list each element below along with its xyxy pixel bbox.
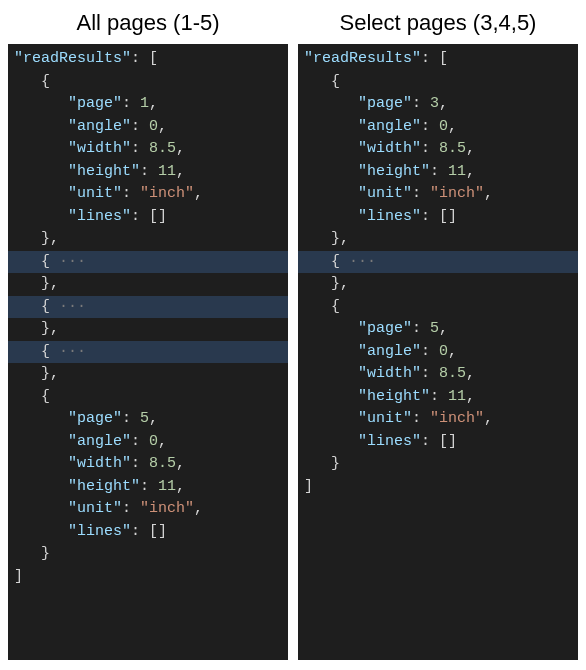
json-line: "unit": "inch", (298, 408, 578, 431)
json-line: "unit": "inch", (298, 183, 578, 206)
folded-region[interactable]: { ··· (8, 251, 288, 274)
json-line: "page": 5, (8, 408, 288, 431)
json-line: "height": 11, (298, 386, 578, 409)
json-line: { (8, 386, 288, 409)
json-line: } (298, 453, 578, 476)
json-line: "lines": [] (298, 431, 578, 454)
json-line: }, (8, 228, 288, 251)
json-line: "lines": [] (8, 206, 288, 229)
json-line: "unit": "inch", (8, 183, 288, 206)
json-line: "lines": [] (298, 206, 578, 229)
panel-title-select: Select pages (3,4,5) (298, 10, 578, 36)
json-line: "angle": 0, (298, 341, 578, 364)
json-line: "readResults": [ (8, 48, 288, 71)
json-line: "height": 11, (8, 476, 288, 499)
json-line: "angle": 0, (8, 431, 288, 454)
json-line: }, (298, 273, 578, 296)
json-line: "height": 11, (298, 161, 578, 184)
panel-title-all: All pages (1-5) (8, 10, 288, 36)
folded-region[interactable]: { ··· (8, 341, 288, 364)
json-line: "page": 5, (298, 318, 578, 341)
json-line: "width": 8.5, (8, 453, 288, 476)
json-line: "width": 8.5, (298, 363, 578, 386)
json-line: "height": 11, (8, 161, 288, 184)
panel-select-pages: Select pages (3,4,5) "readResults": [ { … (298, 10, 578, 660)
json-line: ] (8, 566, 288, 589)
json-line: { (298, 71, 578, 94)
json-line: { (298, 296, 578, 319)
json-line: }, (298, 228, 578, 251)
json-line: { (8, 71, 288, 94)
json-line: "width": 8.5, (8, 138, 288, 161)
json-line: ] (298, 476, 578, 499)
json-line: "page": 3, (298, 93, 578, 116)
json-line: }, (8, 273, 288, 296)
json-line: "angle": 0, (8, 116, 288, 139)
code-block-select: "readResults": [ { "page": 3, "angle": 0… (298, 44, 578, 660)
json-line: "page": 1, (8, 93, 288, 116)
panel-all-pages: All pages (1-5) "readResults": [ { "page… (8, 10, 288, 660)
json-line: } (8, 543, 288, 566)
json-line: }, (8, 363, 288, 386)
json-line: "angle": 0, (298, 116, 578, 139)
json-line: "unit": "inch", (8, 498, 288, 521)
folded-region[interactable]: { ··· (8, 296, 288, 319)
folded-region[interactable]: { ··· (298, 251, 578, 274)
code-block-all: "readResults": [ { "page": 1, "angle": 0… (8, 44, 288, 660)
json-line: "width": 8.5, (298, 138, 578, 161)
json-line: "readResults": [ (298, 48, 578, 71)
json-line: }, (8, 318, 288, 341)
json-line: "lines": [] (8, 521, 288, 544)
